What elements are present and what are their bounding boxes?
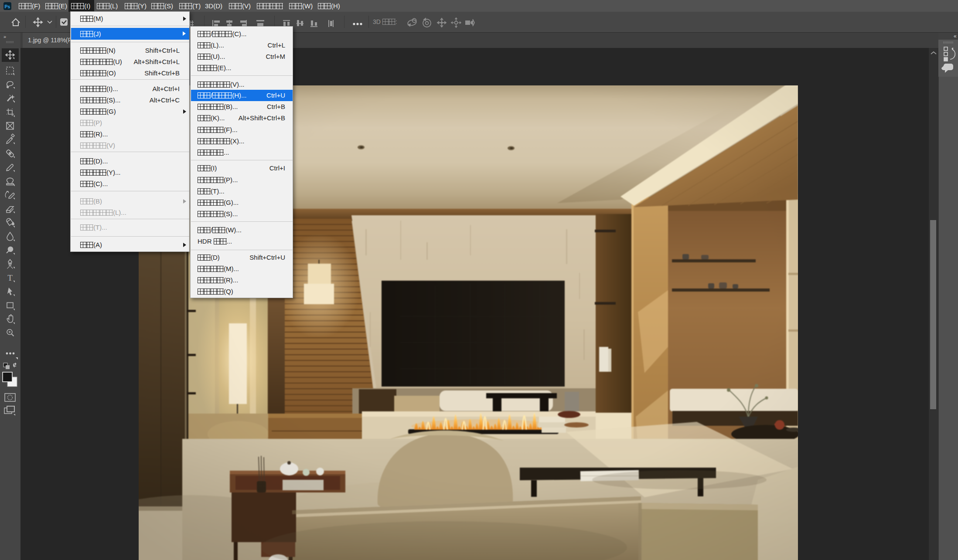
svg-text:Ps: Ps — [5, 4, 10, 9]
svg-text:»: » — [3, 34, 6, 39]
svg-text:T: T — [7, 273, 13, 282]
